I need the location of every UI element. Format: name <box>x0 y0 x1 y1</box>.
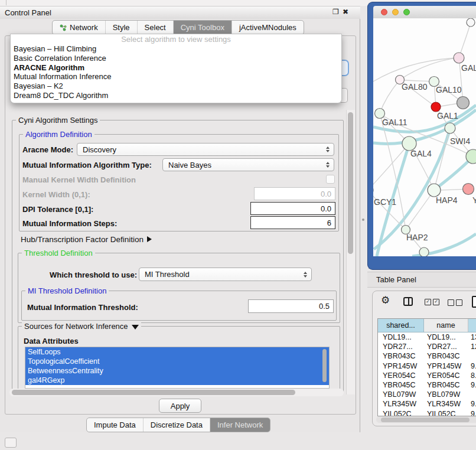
table-cell: YDL19... <box>378 333 424 341</box>
select-all-icon[interactable]: ✓✓ <box>425 299 439 305</box>
panel-title: Control Panel <box>5 8 51 17</box>
which-threshold-label: Which threshold to use: <box>50 270 137 279</box>
algorithm-dropdown-list: Select algorithm to view settings Bayesi… <box>10 34 342 103</box>
tab-label: Network <box>70 23 98 32</box>
deselect-all-icon[interactable] <box>448 299 462 306</box>
tab-jactivemnodules[interactable]: jActiveMNodules <box>232 21 304 34</box>
table-cell: YBR043C <box>424 352 468 360</box>
list-item[interactable]: TopologicalCoefficient <box>25 357 329 366</box>
network-edge[interactable] <box>380 80 400 113</box>
table-row[interactable]: YBR045CYBR045C9. <box>378 380 476 390</box>
network-node[interactable] <box>445 123 455 133</box>
column-header-partial[interactable]: A <box>468 319 476 332</box>
manual-kernel-width-checkbox[interactable] <box>326 175 335 184</box>
settings-vscroll-track[interactable] <box>346 110 355 394</box>
table-hscroll-track[interactable] <box>376 416 476 423</box>
table-cell: YBR045C <box>378 381 424 389</box>
network-window-titlebar[interactable] <box>373 6 476 19</box>
collapsed-panel-grip[interactable] <box>5 438 17 448</box>
minimize-window-icon[interactable] <box>392 9 399 15</box>
settings-vscroll-thumb[interactable] <box>348 112 353 254</box>
group-title: MI Threshold Definition <box>25 286 109 295</box>
which-threshold-select[interactable]: MI Threshold <box>139 268 312 281</box>
network-node[interactable] <box>457 97 470 109</box>
node-label: GAL80 <box>402 82 428 92</box>
mi-algorithm-type-select[interactable]: Naive Bayes <box>162 158 334 171</box>
table-row[interactable]: YER054CYER054C8. <box>378 371 476 380</box>
group-title: Sources for Network Inference <box>24 322 128 331</box>
algorithm-option-selected[interactable]: ARACNE Algorithm <box>11 63 341 73</box>
table-row[interactable]: YPR145WYPR145W9. <box>378 361 476 371</box>
kernel-width-input[interactable]: 0.0 <box>254 187 335 200</box>
aracne-mode-select[interactable]: Discovery <box>77 143 334 156</box>
apply-button[interactable]: Apply <box>159 399 201 413</box>
mi-steps-input[interactable]: 6 <box>250 216 335 229</box>
table-panel-titlebar: Table Panel <box>367 272 476 288</box>
network-canvas[interactable]: GALGAL80GAL10GAL1GAL11SWI4GAL4GCY1HAP4YH… <box>373 18 476 256</box>
settings-hscroll-thumb[interactable] <box>12 390 295 395</box>
new-table-icon[interactable] <box>472 296 476 308</box>
network-edge[interactable] <box>373 144 409 190</box>
list-item[interactable]: SelfLoops <box>25 347 329 357</box>
table-cell: YER054C <box>378 371 424 380</box>
network-node[interactable] <box>419 247 429 256</box>
table-panel-title: Table Panel <box>376 275 416 284</box>
gear-icon[interactable]: ⚙ <box>381 295 390 305</box>
table-hscroll-thumb[interactable] <box>381 418 470 422</box>
tab-select[interactable]: Select <box>137 21 173 34</box>
table-row[interactable]: YBL079WYBL079W <box>378 390 476 399</box>
table-row[interactable]: YDL19...YDL19...13 <box>378 332 476 342</box>
table-cell: YPR145W <box>378 362 424 370</box>
expand-right-icon <box>147 236 152 242</box>
sources-expander[interactable]: Sources for Network Inference <box>22 322 141 331</box>
table-cell: 9. <box>468 400 476 408</box>
kernel-width-label: Kernel Width (0,1): <box>22 190 90 199</box>
tab-network[interactable]: Network <box>53 21 105 34</box>
splitter-handle[interactable] <box>362 219 364 221</box>
mi-steps-label: Mutual Information Steps: <box>22 219 117 228</box>
table-cell: YDL19... <box>424 333 468 341</box>
tab-infer-network[interactable]: Infer Network <box>210 418 270 432</box>
algorithm-option[interactable]: Mutual Information Inference <box>11 72 341 81</box>
network-node[interactable] <box>431 102 441 112</box>
network-edge[interactable] <box>373 58 459 81</box>
hub-definition-expander[interactable]: Hub/Transcription Factor Definition <box>21 235 152 244</box>
network-node[interactable] <box>428 184 441 197</box>
dpi-tolerance-input[interactable]: 0.0 <box>250 202 335 215</box>
table-cell: YBL079W <box>424 390 468 399</box>
close-window-icon[interactable] <box>381 9 387 15</box>
float-panel-icon[interactable]: ❐ <box>332 8 339 16</box>
network-node[interactable] <box>463 184 474 195</box>
table-cell: YLR345W <box>424 400 468 408</box>
tab-label: Cyni Toolbox <box>181 23 224 32</box>
data-attributes-list[interactable]: SelfLoops TopologicalCoefficient Between… <box>25 347 330 389</box>
algorithm-option[interactable]: Bayesian – Hill Climbing <box>11 44 341 54</box>
network-node[interactable] <box>467 18 475 27</box>
network-node[interactable] <box>454 53 464 63</box>
algorithm-option[interactable]: Basic Correlation Inference <box>11 54 341 63</box>
table-row[interactable]: YLR345WYLR345W9. <box>378 399 476 409</box>
settings-hscroll-track[interactable] <box>9 389 344 396</box>
zoom-window-icon[interactable] <box>403 9 410 15</box>
close-panel-icon[interactable]: ✖ <box>343 8 348 16</box>
mi-threshold-input[interactable]: 0.5 <box>248 299 334 313</box>
table-cell: YBL079W <box>378 390 424 399</box>
split-panel-icon[interactable] <box>403 297 413 306</box>
list-scrollbar[interactable] <box>322 349 327 382</box>
table-row[interactable]: YBR043CYBR043C <box>378 351 476 361</box>
algorithm-option[interactable]: Bayesian – K2 <box>11 81 341 91</box>
table-row[interactable]: YIL052CYIL052C9. <box>378 409 476 417</box>
table-cell: YDR27... <box>378 343 424 351</box>
column-header-name[interactable]: name <box>424 319 468 332</box>
table-cell: YLR345W <box>378 400 424 408</box>
algorithm-option[interactable]: Dream8 DC_TDC Algorithm <box>11 91 341 100</box>
tab-impute-data[interactable]: Impute Data <box>87 418 143 432</box>
network-node[interactable] <box>375 109 385 119</box>
tab-style[interactable]: Style <box>105 21 137 34</box>
column-header-shared-name[interactable]: shared... <box>378 319 424 332</box>
list-item[interactable]: gal4RGexp <box>25 376 329 385</box>
table-row[interactable]: YDR27...YDR27...12 <box>378 342 476 351</box>
list-item[interactable]: BetweennessCentrality <box>25 366 329 376</box>
tab-discretize-data[interactable]: Discretize Data <box>143 418 210 432</box>
tab-cyni-toolbox[interactable]: Cyni Toolbox <box>173 21 232 34</box>
